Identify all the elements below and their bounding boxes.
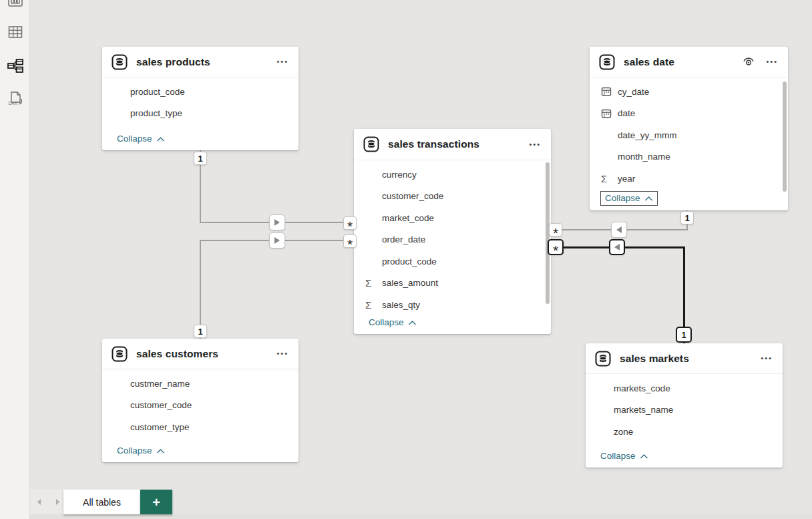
more-options-button[interactable]: ••• (761, 355, 773, 362)
more-options-button[interactable]: ••• (276, 350, 288, 357)
table-icon (595, 351, 611, 367)
add-layout-button[interactable]: + (140, 490, 172, 514)
cardinality-many-marker[interactable]: * (343, 216, 357, 230)
field-row[interactable]: date (590, 103, 788, 125)
field-row[interactable]: order_date (354, 229, 551, 251)
dax-query-view-icon: DAX (7, 90, 24, 108)
model-canvas[interactable]: sales products ••• product_code product_… (31, 0, 812, 519)
table-title: sales transactions (388, 138, 479, 150)
cardinality-one-marker[interactable]: 1 (194, 152, 207, 165)
collapse-link[interactable]: Collapse (354, 310, 551, 334)
relationship-line-customers-transactions[interactable] (200, 240, 354, 339)
bottom-edge-strip (0, 514, 812, 519)
more-options-button[interactable]: ••• (276, 58, 288, 65)
field-row[interactable]: customer_code (102, 395, 298, 417)
more-options-button[interactable]: ••• (529, 141, 541, 148)
table-card-header[interactable]: sales transactions ••• (354, 129, 551, 160)
field-row[interactable]: Σ sales_qty (354, 294, 551, 310)
report-view-icon (8, 0, 23, 7)
relationship-line-products-transactions[interactable] (200, 150, 354, 222)
cardinality-many-marker[interactable]: * (549, 223, 562, 236)
field-row[interactable]: markets_code (586, 377, 783, 399)
field-row[interactable]: currency (354, 164, 551, 186)
field-label: year (618, 174, 635, 184)
field-row[interactable]: market_code (354, 207, 551, 229)
page-tab-bar: All tables + (30, 490, 812, 514)
relationship-direction-arrow-icon[interactable] (269, 232, 285, 248)
cardinality-many-marker[interactable]: * (343, 234, 357, 248)
table-card-header[interactable]: sales date ••• (590, 47, 788, 77)
field-label: markets_name (614, 405, 673, 415)
field-row[interactable]: zone (586, 421, 783, 443)
field-label: currency (382, 170, 417, 180)
collapse-label: Collapse (117, 134, 152, 144)
collapse-link[interactable]: Collapse (586, 444, 783, 468)
collapse-link[interactable]: Collapse (102, 438, 298, 462)
field-label: date (618, 108, 635, 118)
table-card-sales-customers[interactable]: sales customers ••• custmer_name custome… (102, 339, 298, 462)
field-label: cy_date (618, 87, 649, 97)
field-row[interactable]: markets_name (586, 399, 783, 421)
tab-scroll-left-button[interactable] (30, 490, 47, 514)
field-row[interactable]: Σ sales_amount (354, 273, 551, 295)
table-icon (363, 136, 379, 152)
relationship-direction-arrow-icon[interactable] (611, 222, 627, 238)
table-card-sales-date[interactable]: sales date ••• cy_date (590, 47, 788, 210)
field-label: product_code (382, 256, 437, 267)
table-card-header[interactable]: sales products ••• (102, 47, 298, 77)
field-row[interactable]: month_name (590, 146, 788, 168)
table-title: sales customers (136, 348, 218, 360)
view-switcher-sidebar: DAX (0, 0, 30, 519)
dax-label: DAX (9, 101, 18, 106)
table-icon (112, 346, 128, 362)
relationship-line-markets-transactions-selected[interactable] (551, 247, 684, 343)
chevron-up-icon (408, 320, 417, 326)
collapse-link[interactable]: Collapse (590, 186, 788, 210)
field-row[interactable]: cy_date (590, 81, 788, 103)
cardinality-many-marker-selected[interactable]: * (548, 239, 564, 255)
model-view-icon[interactable] (5, 55, 25, 75)
field-row[interactable]: date_yy_mmm (590, 124, 788, 146)
field-label: markets_code (614, 383, 670, 393)
field-row[interactable]: product_code (102, 81, 298, 103)
dax-query-view-icon[interactable]: DAX (5, 89, 25, 109)
relationship-direction-arrow-icon[interactable] (269, 214, 285, 230)
field-row[interactable]: customer_type (102, 416, 298, 438)
cardinality-one-marker[interactable]: 1 (194, 325, 207, 338)
field-list: product_code product_type (102, 77, 298, 124)
table-card-sales-products[interactable]: sales products ••• product_code product_… (102, 47, 298, 150)
hidden-eye-icon[interactable] (742, 56, 755, 67)
field-label: sales_qty (382, 300, 420, 310)
tab-all-tables[interactable]: All tables (63, 490, 140, 514)
field-row[interactable]: customer_code (354, 186, 551, 208)
field-row[interactable]: product_type (102, 103, 298, 125)
collapse-label: Collapse (605, 193, 640, 203)
relationship-direction-arrow-icon-selected[interactable] (609, 239, 625, 255)
field-label: product_type (130, 108, 182, 118)
table-card-sales-transactions[interactable]: sales transactions ••• currency customer… (354, 129, 551, 334)
collapse-label: Collapse (369, 317, 404, 327)
field-row[interactable]: custmer_name (102, 373, 298, 395)
field-row[interactable]: product_code (354, 250, 551, 273)
field-row[interactable]: Σ year (590, 168, 788, 186)
collapse-label: Collapse (117, 446, 152, 456)
report-view-icon[interactable] (5, 0, 25, 8)
table-card-header[interactable]: sales customers ••• (102, 339, 298, 369)
field-list: markets_code markets_name zone (586, 374, 783, 443)
field-label: customer_type (130, 422, 190, 432)
table-card-sales-markets[interactable]: sales markets ••• markets_code markets_n… (586, 343, 783, 468)
collapse-link[interactable]: Collapse (102, 126, 298, 150)
table-card-header[interactable]: sales markets ••• (586, 343, 783, 374)
sigma-icon: Σ (365, 300, 382, 310)
sigma-icon: Σ (365, 278, 382, 288)
data-view-icon (8, 25, 23, 39)
data-view-icon[interactable] (5, 22, 25, 42)
more-options-button[interactable]: ••• (766, 58, 778, 65)
cardinality-one-marker[interactable]: 1 (680, 211, 694, 224)
scrollbar-thumb[interactable] (783, 81, 787, 192)
cardinality-one-marker-selected[interactable]: 1 (676, 327, 692, 343)
collapse-label: Collapse (600, 451, 636, 461)
chevron-up-icon (156, 136, 165, 142)
field-list: custmer_name customer_code customer_type (102, 369, 298, 438)
field-label: zone (614, 427, 633, 437)
